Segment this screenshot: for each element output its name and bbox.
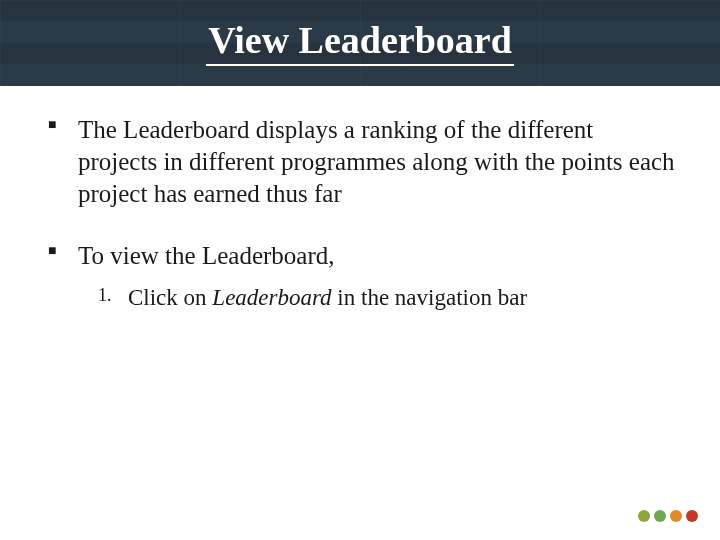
bullet-item: The Leaderboard displays a ranking of th… — [44, 114, 676, 210]
step-item: 1. Click on Leaderboard in the navigatio… — [98, 282, 676, 313]
step-text-italic: Leaderboard — [212, 285, 331, 310]
slide-body: The Leaderboard displays a ranking of th… — [0, 86, 720, 313]
bullet-list: The Leaderboard displays a ranking of th… — [44, 114, 676, 313]
bullet-text: The Leaderboard displays a ranking of th… — [78, 116, 675, 207]
title-band: View Leaderboard — [0, 0, 720, 86]
bullet-item: To view the Leaderboard, 1. Click on Lea… — [44, 240, 676, 313]
step-number: 1. — [98, 283, 112, 307]
bullet-text: To view the Leaderboard, — [78, 242, 334, 269]
dot-icon — [686, 510, 698, 522]
step-list: 1. Click on Leaderboard in the navigatio… — [78, 282, 676, 313]
dot-icon — [638, 510, 650, 522]
decorative-dots — [638, 510, 698, 522]
dot-icon — [670, 510, 682, 522]
step-text-prefix: Click on — [128, 285, 212, 310]
step-text-suffix: in the navigation bar — [332, 285, 527, 310]
dot-icon — [654, 510, 666, 522]
slide-title: View Leaderboard — [206, 20, 514, 66]
